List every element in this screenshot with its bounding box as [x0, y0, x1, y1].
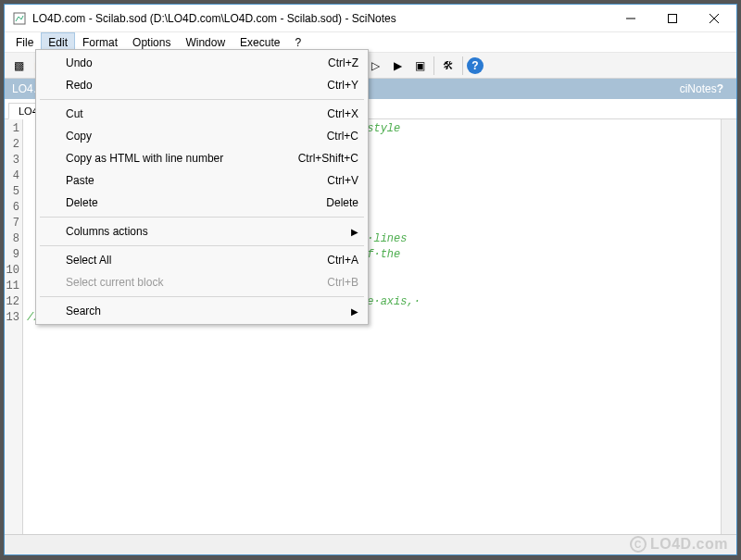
menu-shortcut: Ctrl+Z: [328, 56, 358, 69]
menu-item-select-all[interactable]: Select AllCtrl+A: [38, 249, 366, 271]
minimize-button[interactable]: [609, 6, 651, 31]
menu-item-label: Select All: [66, 254, 111, 267]
menu-item-label: Paste: [66, 174, 94, 187]
menu-separator: [40, 296, 364, 297]
svg-rect-0: [14, 13, 25, 24]
titlebar: LO4D.com - Scilab.sod (D:\LO4D.com\LO4D.…: [5, 5, 736, 32]
line-number: 3: [5, 153, 19, 168]
menu-item-redo[interactable]: RedoCtrl+Y: [38, 74, 366, 96]
menu-item-label: Delete: [66, 196, 98, 209]
menu-item-paste[interactable]: PasteCtrl+V: [38, 169, 366, 192]
menu-item-label: Redo: [66, 79, 93, 92]
line-number: 2: [5, 137, 19, 153]
play-save-icon[interactable]: ▣: [409, 56, 430, 76]
menu-separator: [40, 245, 364, 246]
menu-item-label: Search: [66, 305, 101, 317]
new-icon[interactable]: ▩: [8, 56, 29, 76]
window-title: LO4D.com - Scilab.sod (D:\LO4D.com\LO4D.…: [32, 12, 609, 25]
line-number: 13: [5, 310, 19, 326]
panel-title-right: ciNotes: [680, 82, 717, 95]
menu-item-delete[interactable]: DeleteDelete: [38, 192, 366, 214]
menu-item-undo[interactable]: UndoCtrl+Z: [38, 52, 366, 74]
svg-rect-2: [668, 14, 676, 22]
watermark: C LO4D.com: [630, 536, 728, 553]
play-line-icon[interactable]: ▶: [387, 56, 408, 76]
menu-shortcut: Delete: [326, 196, 358, 209]
app-icon: [12, 11, 27, 26]
maximize-button[interactable]: [651, 6, 693, 31]
menu-shortcut: Ctrl+X: [327, 107, 358, 120]
menu-item-label: Copy: [66, 130, 92, 143]
menu-item-columns-actions[interactable]: Columns actions▶: [38, 220, 366, 243]
line-gutter: 12345678910111213: [5, 119, 23, 534]
menu-separator: [40, 217, 364, 218]
vertical-scrollbar[interactable]: [721, 119, 736, 534]
line-number: 8: [5, 231, 19, 247]
statusbar: [5, 534, 736, 554]
edit-menu-dropdown: UndoCtrl+ZRedoCtrl+YCutCtrl+XCopyCtrl+CC…: [35, 49, 369, 325]
panel-help-icon[interactable]: ?: [717, 82, 723, 95]
menu-shortcut: Ctrl+Y: [327, 79, 358, 92]
menu-shortcut: Ctrl+Shift+C: [298, 152, 358, 165]
window-controls: [609, 6, 735, 31]
line-number: 1: [5, 121, 19, 137]
line-number: 12: [5, 294, 19, 310]
menu-item-label: Cut: [66, 107, 83, 120]
close-button[interactable]: [693, 6, 735, 31]
menu-item-select-current-block: Select current blockCtrl+B: [38, 271, 366, 293]
menu-shortcut: Ctrl+C: [327, 130, 358, 143]
toolbar-separator: [462, 56, 463, 75]
line-number: 5: [5, 184, 19, 200]
menu-item-search[interactable]: Search▶: [38, 300, 366, 322]
menu-separator: [40, 99, 364, 100]
menu-item-copy-as-html-with-line-number[interactable]: Copy as HTML with line numberCtrl+Shift+…: [38, 147, 366, 169]
prefs-icon[interactable]: 🛠: [438, 56, 458, 76]
line-number: 4: [5, 168, 19, 184]
watermark-text: LO4D.com: [650, 536, 728, 553]
menu-shortcut: Ctrl+V: [327, 174, 358, 187]
menu-item-label: Select current block: [66, 276, 163, 289]
menu-item-copy[interactable]: CopyCtrl+C: [38, 125, 366, 147]
line-number: 10: [5, 263, 19, 279]
menu-item-label: Columns actions: [66, 225, 148, 238]
menu-item-cut[interactable]: CutCtrl+X: [38, 103, 366, 125]
copyright-icon: C: [630, 536, 647, 553]
menu-shortcut: Ctrl+A: [327, 254, 358, 267]
menu-item-label: Copy as HTML with line number: [66, 152, 223, 165]
line-number: 11: [5, 279, 19, 294]
line-number: 6: [5, 200, 19, 216]
line-number: 7: [5, 216, 19, 231]
line-number: 9: [5, 247, 19, 263]
menu-shortcut: Ctrl+B: [327, 276, 358, 289]
toolbar-separator: [433, 56, 434, 75]
submenu-arrow-icon: ▶: [351, 227, 358, 237]
help-icon[interactable]: ?: [467, 57, 484, 74]
menu-item-label: Undo: [66, 56, 93, 69]
submenu-arrow-icon: ▶: [351, 306, 358, 317]
